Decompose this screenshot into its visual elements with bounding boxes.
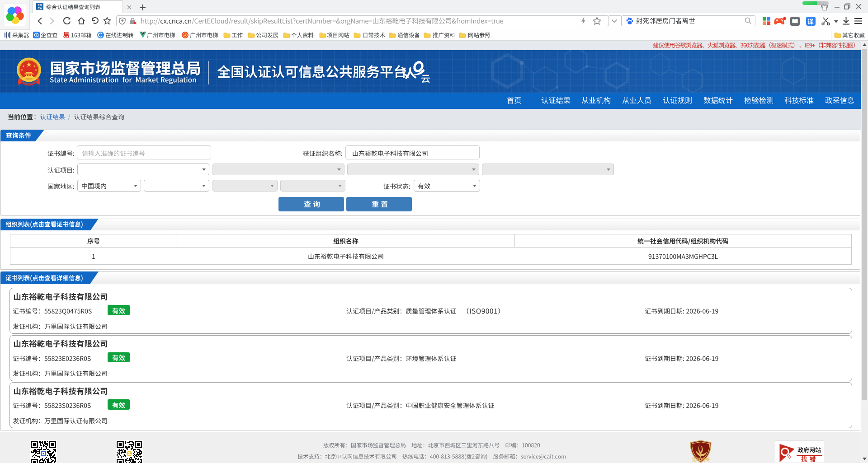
svg-text:EN: EN [38, 4, 42, 7]
svg-text:CA: CA [38, 7, 42, 10]
